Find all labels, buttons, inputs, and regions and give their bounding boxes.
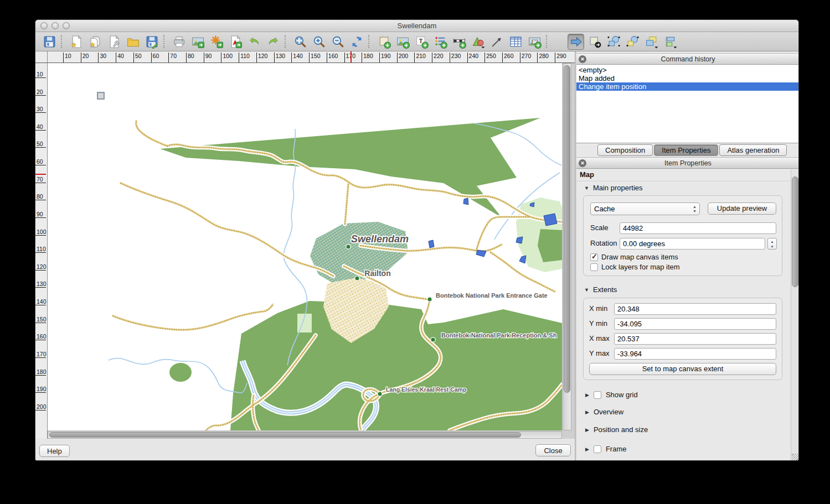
section-show-grid[interactable]: ▶Show grid [585, 391, 638, 399]
export-image-button[interactable] [189, 34, 206, 50]
command-history-item[interactable]: Map added [576, 74, 799, 82]
close-button[interactable]: Close [535, 444, 571, 456]
close-dock-icon[interactable]: ✕ [579, 55, 586, 63]
section-label: Show grid [606, 391, 638, 399]
ruler-tick-label: 20 [83, 53, 89, 59]
y-min-input[interactable]: -34.095 [614, 318, 776, 330]
set-to-map-canvas-extent-button[interactable]: Set to map canvas extent [589, 363, 776, 375]
move-item-content-button[interactable] [586, 34, 603, 50]
export-svg-button[interactable] [208, 34, 225, 50]
add-new-map-button[interactable] [375, 34, 392, 50]
panel-vertical-scrollbar[interactable] [791, 169, 799, 460]
ungroup-items-button[interactable] [624, 34, 641, 50]
zoom-out-button[interactable] [329, 34, 346, 50]
add-html-frame-button[interactable]: </> [526, 34, 543, 50]
main-properties-label: Main properties [593, 184, 643, 192]
toolbar-separator [163, 35, 167, 48]
duplicate-composition-button[interactable] [87, 34, 104, 50]
ruler-tick-label: 260 [504, 53, 514, 59]
lock-layers-row[interactable]: Lock layers for map item [590, 263, 680, 271]
ruler-tick [291, 53, 292, 63]
ruler-tick [133, 53, 134, 63]
ruler-tick [432, 53, 432, 63]
ruler-tick [35, 287, 46, 288]
window-resize-grip[interactable] [792, 454, 799, 461]
composition-canvas[interactable]: SwellendamRailtonBontebok National Park … [48, 63, 575, 439]
help-button[interactable]: Help [39, 445, 70, 457]
ruler-tick [35, 375, 46, 376]
draw-map-canvas-items-checkbox[interactable] [590, 253, 598, 261]
preview-mode-select[interactable]: Cache ▲▼ [590, 202, 700, 215]
group-items-button[interactable] [605, 34, 622, 50]
add-scalebar-button[interactable] [451, 34, 467, 50]
draw-map-canvas-items-row[interactable]: Draw map canvas items [590, 253, 678, 261]
canvas-horizontal-scrollbar[interactable] [48, 431, 562, 439]
close-window-button[interactable] [40, 22, 48, 29]
add-basic-shape-button[interactable] [470, 34, 486, 50]
show-grid-checkbox[interactable] [594, 391, 601, 399]
zoom-in-button[interactable] [311, 34, 327, 50]
titlebar[interactable]: Swellendam [35, 20, 798, 32]
command-history-item[interactable]: Change item position [576, 82, 799, 91]
print-button[interactable] [171, 34, 187, 50]
ruler-tick-label: 20 [37, 89, 43, 95]
add-arrow-button[interactable] [488, 34, 505, 50]
refresh-view-button[interactable] [348, 34, 365, 50]
zoom-out-icon [331, 35, 345, 49]
add-attribute-table-button[interactable] [507, 34, 524, 50]
ruler-tick-label: 190 [381, 53, 391, 59]
ruler-tick [116, 53, 116, 63]
export-svg-icon [210, 35, 224, 49]
load-template-button[interactable] [125, 34, 141, 50]
new-composition-button[interactable] [68, 34, 85, 50]
save-composition-button[interactable] [41, 34, 58, 50]
save-as-template-button[interactable] [143, 34, 160, 50]
raise-selected-items-button[interactable] [643, 34, 659, 50]
ruler-tick [63, 53, 64, 63]
scale-input[interactable]: 44982 [620, 222, 776, 234]
lock-layers-checkbox[interactable] [590, 263, 598, 271]
y-max-input[interactable]: -33.964 [614, 348, 776, 360]
composer-manager-button[interactable] [106, 34, 122, 50]
close-dock-icon[interactable]: ✕ [579, 159, 586, 167]
ruler-tick [555, 53, 555, 63]
x-max-input[interactable]: 20.537 [614, 333, 776, 345]
export-pdf-button[interactable] [227, 34, 244, 50]
redo-button[interactable] [265, 34, 281, 50]
ruler-tick [502, 53, 503, 63]
undo-button[interactable] [246, 34, 262, 50]
place-marker-dot [378, 392, 382, 396]
update-preview-button[interactable]: Update preview [708, 202, 776, 215]
add-legend-button[interactable] [432, 34, 448, 50]
section-frame[interactable]: ▶Frame [585, 445, 626, 453]
ruler-tick [520, 53, 520, 63]
tab-atlas-generation[interactable]: Atlas generation [719, 144, 787, 156]
extents-header[interactable]: ▼ Extents [584, 285, 617, 294]
align-selected-items-button[interactable] [662, 34, 678, 50]
add-image-button[interactable] [394, 34, 411, 50]
frame-checkbox[interactable] [594, 445, 601, 453]
canvas-vertical-scrollbar[interactable] [563, 63, 571, 430]
x-min-input[interactable]: 20.348 [614, 303, 776, 315]
zoom-full-button[interactable] [292, 34, 308, 50]
composition-paper[interactable]: SwellendamRailtonBontebok National Park … [48, 63, 562, 430]
ruler-tick [35, 357, 46, 358]
command-history-item[interactable]: <empty> [576, 66, 799, 74]
section-label: Frame [606, 445, 627, 453]
tab-item-properties[interactable]: Item Properties [654, 144, 718, 156]
minimize-window-button[interactable] [51, 22, 59, 29]
add-label-button[interactable]: T [413, 34, 430, 50]
main-properties-header[interactable]: ▼ Main properties [584, 184, 643, 192]
rotation-spinner[interactable]: ▲▼ [767, 238, 777, 250]
select-move-item-button[interactable] [568, 34, 584, 50]
ruler-tick-label: 250 [486, 53, 496, 59]
section-position-and-size[interactable]: ▶Position and size [585, 425, 648, 434]
zoom-window-button[interactable] [63, 22, 70, 29]
section-overview[interactable]: ▶Overview [585, 408, 623, 416]
tab-composition[interactable]: Composition [597, 144, 653, 156]
ruler-tick-label: 120 [258, 53, 268, 59]
place-label: Lang Elsies Kraal Rest Camp [386, 386, 466, 393]
map-item[interactable]: SwellendamRailtonBontebok National Park … [48, 63, 562, 430]
map-item-selection-handle[interactable] [97, 92, 104, 99]
rotation-input[interactable]: 0.00 degrees [620, 238, 765, 250]
